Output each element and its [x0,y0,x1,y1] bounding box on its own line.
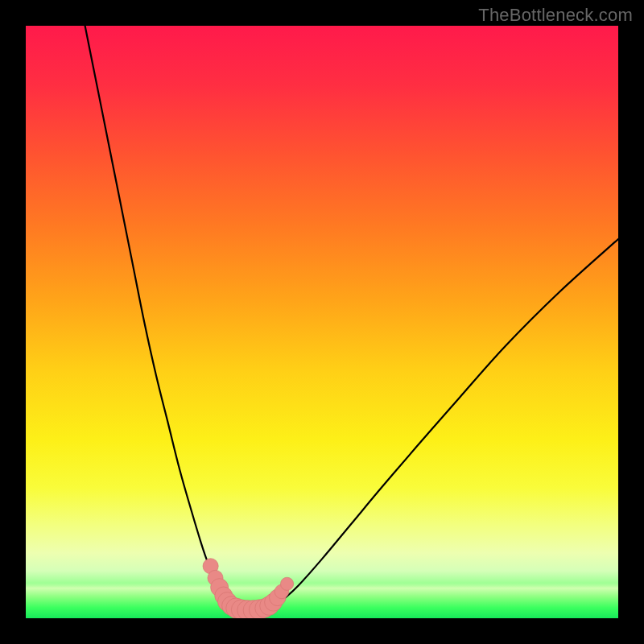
curve-left-branch [85,26,229,608]
curve-group [85,26,618,610]
watermark-text: TheBottleneck.com [478,5,633,26]
outer-frame: TheBottleneck.com [0,0,644,644]
chart-svg [26,26,618,618]
bottom-markers [203,559,294,618]
marker-dot [280,577,293,590]
curve-right-branch [274,239,618,608]
plot-area [26,26,618,618]
